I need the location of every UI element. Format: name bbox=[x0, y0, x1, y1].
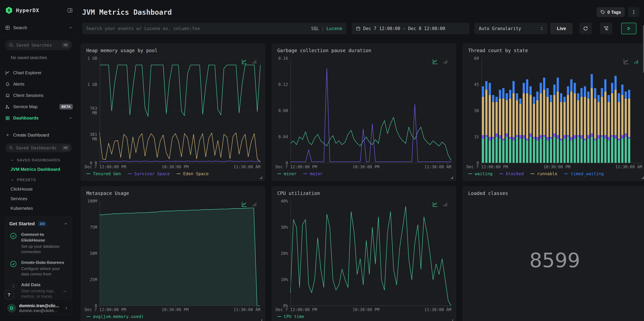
panel-heap-memory-usage: Heap memory usage by pool 1 GB1 GB763 MB… bbox=[81, 43, 265, 181]
progress-badge: 2/3 bbox=[38, 221, 47, 227]
chart-plot[interactable] bbox=[100, 58, 260, 163]
live-button[interactable]: Live bbox=[550, 23, 573, 34]
legend-label: timed_waiting bbox=[571, 171, 604, 176]
legend-label: CPU time bbox=[284, 314, 304, 319]
laptop-icon bbox=[5, 93, 10, 98]
bar-chart-icon[interactable] bbox=[442, 201, 448, 207]
legend-item[interactable]: waiting bbox=[468, 171, 492, 176]
sidebar-item-label: Dashboards bbox=[13, 115, 38, 121]
sql-toggle[interactable]: SQL bbox=[311, 26, 319, 31]
saved-dashboards-input[interactable] bbox=[16, 145, 62, 150]
chart-plot[interactable] bbox=[100, 201, 260, 306]
sidebar-item-service-map[interactable]: Service Map BETA bbox=[0, 101, 78, 112]
chevron-up-icon[interactable] bbox=[68, 116, 73, 120]
sidebar-item-search[interactable]: Search bbox=[0, 24, 78, 31]
sidebar-item-services[interactable]: Services bbox=[10, 196, 78, 201]
legend-item[interactable]: Survivor Space bbox=[128, 171, 170, 176]
panel-title: Metaspace Usage bbox=[86, 191, 129, 196]
sidebar-item-jvm-metrics-dashboard[interactable]: JVM Metrics Dashboard bbox=[10, 167, 78, 172]
lucene-toggle[interactable]: Lucene bbox=[326, 26, 342, 31]
chart-plot[interactable] bbox=[290, 58, 451, 163]
line-chart-icon[interactable] bbox=[623, 58, 629, 65]
granularity-select[interactable]: Auto Granularity bbox=[474, 23, 547, 34]
resize-handle[interactable] bbox=[260, 177, 262, 179]
collapse-sidebar-icon[interactable] bbox=[67, 7, 73, 13]
chart-legend: CPU time bbox=[277, 314, 304, 319]
legend-item[interactable]: CPU time bbox=[277, 314, 304, 319]
sidebar-item-clickhouse[interactable]: ClickHouse bbox=[10, 187, 78, 192]
panel-metaspace-usage: Metaspace Usage 100M75M50M25M0 Dec 7 12:… bbox=[81, 186, 265, 321]
checklist-item-add-data[interactable]: 3 Add Data Start sending logs, metrics, … bbox=[9, 282, 68, 299]
sidebar-item-dashboards[interactable]: Dashboards bbox=[0, 112, 78, 124]
saved-dashboards-searchbox[interactable]: ⌘K bbox=[5, 143, 72, 152]
legend-item[interactable]: minor bbox=[277, 171, 296, 176]
resize-handle[interactable] bbox=[642, 177, 644, 179]
legend-item[interactable]: major bbox=[303, 171, 322, 176]
legend-item[interactable]: blocked bbox=[499, 171, 524, 176]
legend-swatch bbox=[499, 174, 503, 174]
check-circle-icon bbox=[10, 261, 17, 267]
event-search-bar[interactable]: SQL | Lucene bbox=[82, 23, 346, 34]
time-range-picker[interactable]: Dec 7 12:00:00 - Dec 8 12:00:00 bbox=[352, 23, 469, 34]
x-tick-label: 10:30:00 PM bbox=[352, 165, 380, 169]
checklist-item-subtitle: Configure where your data comes from bbox=[21, 266, 68, 277]
chevron-up-icon[interactable] bbox=[68, 25, 73, 30]
section-saved-dashboards[interactable]: SAVED DASHBOARDS bbox=[10, 158, 78, 162]
x-tick-label: 10:30:00 PM bbox=[162, 165, 188, 169]
app-name: HyperDX bbox=[16, 7, 39, 13]
legend-swatch bbox=[303, 174, 307, 174]
resize-handle[interactable] bbox=[451, 177, 453, 179]
legend-swatch bbox=[277, 174, 281, 174]
bar-chart-icon[interactable] bbox=[252, 201, 258, 207]
legend-item[interactable]: timed_waiting bbox=[564, 171, 604, 176]
filter-button[interactable] bbox=[600, 23, 612, 34]
sidebar-item-chart-explorer[interactable]: Chart Explorer bbox=[0, 67, 78, 78]
sidebar-nav: Chart Explorer Alerts Client Sessions Se… bbox=[0, 67, 78, 124]
x-tick-label: 11:30:00 AM bbox=[234, 307, 260, 312]
section-presets[interactable]: PRESETS bbox=[10, 178, 78, 182]
chevron-up-icon[interactable] bbox=[64, 222, 68, 226]
create-dashboard-button[interactable]: + Create Dashboard bbox=[0, 131, 78, 139]
refresh-button[interactable] bbox=[580, 23, 592, 34]
legend-item[interactable]: Eden Space bbox=[176, 171, 209, 176]
bar-chart-icon[interactable] bbox=[252, 58, 258, 65]
bar-chart-icon[interactable] bbox=[633, 58, 640, 65]
legend-label: avg(jvm.memory.used) bbox=[93, 314, 144, 319]
line-chart-icon[interactable] bbox=[242, 58, 248, 65]
checklist-item-connect-clickhouse[interactable]: Connect to ClickHouse Set up your databa… bbox=[9, 232, 68, 255]
help-button[interactable]: ? bbox=[4, 290, 14, 300]
run-query-button[interactable] bbox=[621, 23, 636, 34]
tags-button[interactable]: 0 Tags bbox=[597, 7, 625, 17]
chart-plot[interactable] bbox=[481, 58, 642, 163]
divider bbox=[0, 36, 78, 36]
line-chart-icon[interactable] bbox=[432, 58, 438, 65]
event-search-input[interactable] bbox=[86, 26, 311, 31]
scrollbar-thumb[interactable] bbox=[643, 25, 644, 73]
legend-item[interactable]: Tenured Gen bbox=[86, 171, 121, 176]
legend-item[interactable]: avg(jvm.memory.used) bbox=[86, 314, 144, 319]
sidebar-item-label: Search bbox=[13, 25, 27, 30]
sidebar-item-alerts[interactable]: Alerts bbox=[0, 78, 78, 90]
sidebar-item-kubernetes[interactable]: Kubernetes bbox=[10, 206, 78, 211]
resize-handle[interactable] bbox=[451, 319, 453, 321]
line-chart-icon[interactable] bbox=[242, 201, 248, 207]
y-tick-label: 15 bbox=[468, 135, 479, 139]
line-chart-icon[interactable] bbox=[432, 201, 438, 207]
dashboard-menu-button[interactable] bbox=[628, 7, 639, 17]
chart-plot[interactable] bbox=[290, 201, 451, 306]
user-menu[interactable]: D dominic.tran@clic... dominic.tran@clic… bbox=[5, 302, 72, 315]
resize-handle[interactable] bbox=[260, 319, 262, 321]
checklist-item-subtitle: Set up your database connection bbox=[21, 244, 68, 255]
saved-searches-searchbox[interactable]: ⌘K bbox=[5, 40, 72, 50]
bar-chart-icon[interactable] bbox=[442, 58, 448, 65]
sidebar-item-client-sessions[interactable]: Client Sessions bbox=[0, 90, 78, 101]
hyperdx-logo-icon[interactable] bbox=[5, 6, 13, 14]
y-tick-label: 30% bbox=[277, 225, 288, 230]
legend-label: blocked bbox=[506, 171, 524, 176]
x-tick-label: Dec 7 12:00:00 PM bbox=[85, 165, 126, 169]
checklist-item-create-data-sources[interactable]: Create Data Sources Configure where your… bbox=[9, 260, 68, 277]
chart-explorer-icon bbox=[5, 70, 10, 75]
legend-item[interactable]: runnable bbox=[530, 171, 557, 176]
saved-searches-input[interactable] bbox=[16, 43, 62, 48]
legend-label: runnable bbox=[537, 171, 557, 176]
